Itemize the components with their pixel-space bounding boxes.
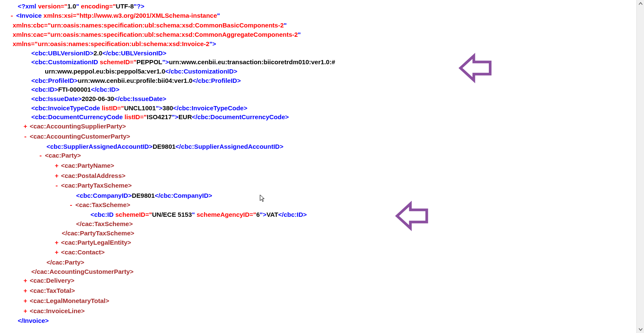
xmlns-default: xmlns="urn:oasis:names:specification:ubl… (0, 39, 636, 49)
customization-id: <cbc:CustomizationID schemeID="PEPPOL">u… (0, 57, 636, 67)
vertical-scrollbar[interactable] (636, 0, 644, 333)
tax-id: <cbc:ID schemeID="UN/ECE 5153" schemeAge… (0, 210, 636, 219)
invoice-open-line: - <Invoice xmlns:xsi="http://www.w3.org/… (0, 11, 636, 21)
invoice-close: </Invoice> (0, 316, 636, 325)
collapse-toggle[interactable]: - (54, 182, 59, 191)
accounting-supplier-party: + <cac:AccountingSupplierParty> (0, 122, 636, 132)
xmlns-cac: xmlns:cac="urn:oasis:names:specification… (0, 30, 636, 39)
accounting-customer-party-open: - <cac:AccountingCustomerParty> (0, 132, 636, 142)
party-tax-scheme-open: - <cac:PartyTaxScheme> (0, 181, 636, 191)
expand-toggle[interactable]: + (23, 287, 28, 296)
company-id: <cbc:CompanyID>DE9801</cbc:CompanyID> (0, 191, 636, 200)
collapse-toggle[interactable]: - (69, 201, 74, 210)
invoice-line: + <cac:InvoiceLine> (0, 306, 636, 317)
xml-declaration: <?xml version="1.0" encoding="UTF-8"?> (0, 2, 636, 11)
expand-toggle[interactable]: + (23, 123, 28, 132)
expand-toggle[interactable]: + (54, 162, 59, 171)
expand-toggle[interactable]: + (23, 307, 28, 317)
scroll-up-icon[interactable] (637, 0, 644, 8)
tax-total: + <cac:TaxTotal> (0, 286, 636, 296)
party-close: </cac:Party> (0, 258, 636, 267)
collapse-toggle[interactable]: - (9, 12, 14, 21)
party-name: + <cac:PartyName> (0, 161, 636, 171)
collapse-toggle[interactable]: - (38, 152, 43, 161)
collapse-toggle[interactable]: - (23, 133, 28, 142)
annotation-arrow-left-icon (457, 49, 495, 87)
annotation-arrow-left-icon (393, 197, 431, 235)
party-open: - <cac:Party> (0, 151, 636, 161)
party-legal-entity: + <cac:PartyLegalEntity> (0, 238, 636, 248)
cbc-id: <cbc:ID>FTI-000001</cbc:ID> (0, 85, 636, 94)
expand-toggle[interactable]: + (23, 297, 28, 306)
profile-id: <cbc:ProfileID>urn:www.cenbii.eu:profile… (0, 76, 636, 85)
postal-address: + <cac:PostalAddress> (0, 171, 636, 181)
legal-monetary-total: + <cac:LegalMonetaryTotal> (0, 296, 636, 306)
delivery: + <cac:Delivery> (0, 276, 636, 286)
expand-toggle[interactable]: + (54, 172, 59, 181)
xml-viewer-content: <?xml version="1.0" encoding="UTF-8"?> -… (0, 0, 636, 333)
supplier-assigned-account-id: <cbc:SupplierAssignedAccountID>DE9801</c… (0, 142, 636, 151)
document-currency-code: <cbc:DocumentCurrencyCode listID="ISO421… (0, 112, 636, 122)
tax-scheme-open: - <cac:TaxScheme> (0, 200, 636, 210)
customization-id-cont: urn:www.peppol.eu:bis:peppol5a:ver1.0</c… (0, 67, 636, 76)
issue-date: <cbc:IssueDate>2020-06-30</cbc:IssueDate… (0, 94, 636, 104)
invoice-type-code: <cbc:InvoiceTypeCode listID="UNCL1001">3… (0, 104, 636, 113)
contact: + <cac:Contact> (0, 248, 636, 258)
xmlns-cbc: xmlns:cbc="urn:oasis:names:specification… (0, 21, 636, 30)
party-tax-scheme-close: </cac:PartyTaxScheme> (0, 229, 636, 238)
expand-toggle[interactable]: + (54, 248, 59, 258)
expand-toggle[interactable]: + (54, 239, 59, 248)
accounting-customer-party-close: </cac:AccountingCustomerParty> (0, 267, 636, 276)
expand-toggle[interactable]: + (23, 277, 28, 286)
scroll-down-icon[interactable] (637, 325, 644, 333)
tax-scheme-close: </cac:TaxScheme> (0, 219, 636, 229)
ubl-version-id: <cbc:UBLVersionID>2.0</cbc:UBLVersionID> (0, 49, 636, 58)
